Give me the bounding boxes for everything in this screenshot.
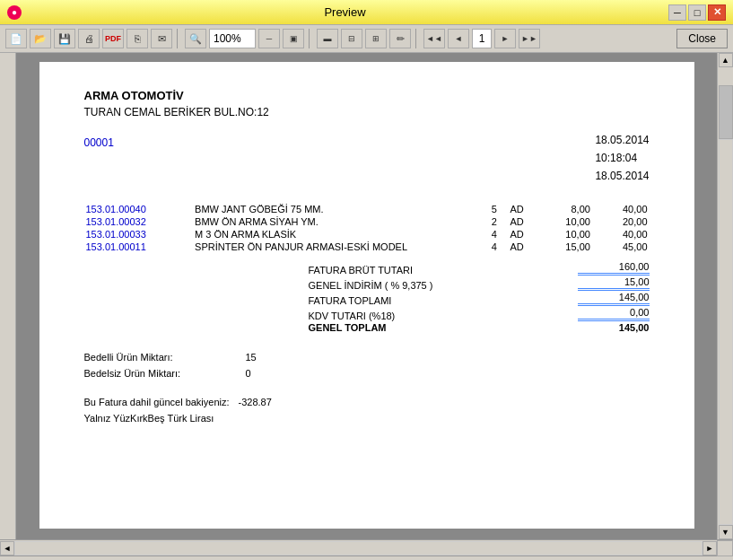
email-icon[interactable]: ✉ <box>151 29 172 48</box>
scroll-down-arrow[interactable]: ▼ <box>719 525 733 539</box>
item-code: 153.01.00011 <box>84 241 188 253</box>
single-page-icon[interactable]: ▬ <box>317 29 338 48</box>
genel-indirim-value: 15,00 <box>578 276 650 287</box>
nav-next-button[interactable]: ► <box>494 29 516 48</box>
scroll-up-arrow[interactable]: ▲ <box>719 53 733 67</box>
item-price: 10,00 <box>535 228 592 241</box>
item-code: 153.01.00040 <box>84 203 188 215</box>
kdv-value: 0,00 <box>578 307 650 318</box>
genel-toplam-label: GENEL TOPLAM <box>309 322 387 333</box>
item-desc: SPRİNTER ÖN PANJUR ARMASI-ESKİ MODEL <box>188 241 458 253</box>
scroll-h-track[interactable] <box>14 541 702 556</box>
zoom-in-icon[interactable]: 🔍 <box>185 29 206 48</box>
bakiye-value: -328.87 <box>239 397 272 407</box>
toolbar: 📄 📂 💾 🖨 PDF ⎘ ✉ 🔍 100% ─ ▣ ▬ ⊟ ⊞ ✏ ◄◄ ◄ … <box>0 25 733 53</box>
nav-prev-button[interactable]: ◄ <box>448 29 469 48</box>
doc-number: 00001 <box>84 136 114 149</box>
item-unit: AD <box>499 241 535 253</box>
pdf-icon[interactable]: PDF <box>102 29 124 48</box>
close-button[interactable]: Close <box>676 29 728 48</box>
restore-button[interactable]: □ <box>688 4 706 21</box>
item-total: 40,00 <box>592 203 650 215</box>
main-area: ARMA OTOMOTİV TURAN CEMAL BERİKER BUL.NO… <box>0 53 733 539</box>
item-code: 153.01.00033 <box>84 228 188 241</box>
nav-first-button[interactable]: ◄◄ <box>423 29 445 48</box>
item-unit: AD <box>499 215 535 228</box>
status-bar: Page 1 of 1 <box>0 556 733 560</box>
item-price: 8,00 <box>535 203 592 215</box>
two-page-icon[interactable]: ⊟ <box>341 29 362 48</box>
bedelli-row: Bedelli Ürün Miktarı: 15 <box>84 352 650 363</box>
scroll-thumb[interactable] <box>719 85 733 139</box>
edit-icon[interactable]: ✏ <box>389 29 411 48</box>
item-qty: 4 <box>458 241 499 253</box>
fatura-brut-label: FATURA BRÜT TUTARI <box>309 265 414 276</box>
items-table: 153.01.00040 BMW JANT GÖBEĞİ 75 MM. 5 AD… <box>84 203 650 253</box>
table-row: 153.01.00011 SPRİNTER ÖN PANJUR ARMASI-E… <box>84 241 650 253</box>
doc-dates: 18.05.2014 10:18:04 18.05.2014 <box>595 134 649 188</box>
item-desc: M 3 ÖN ARMA KLASİK <box>188 228 458 241</box>
table-row: 153.01.00033 M 3 ÖN ARMA KLASİK 4 AD 10,… <box>84 228 650 241</box>
bakiye-label: Bu Fatura dahil güncel bakiyeniz: <box>84 397 230 407</box>
genel-indirim-label: GENEL İNDİRİM ( % 9,375 ) <box>309 280 433 291</box>
time1: 10:18:04 <box>595 152 649 164</box>
app-icon: ● <box>7 5 22 20</box>
scroll-right-arrow[interactable]: ► <box>702 541 717 556</box>
sep2 <box>309 29 312 48</box>
item-qty: 4 <box>458 228 499 241</box>
bedelli-label: Bedelli Ürün Miktarı: <box>84 352 246 363</box>
print-icon[interactable]: 🖨 <box>78 29 100 48</box>
item-total: 40,00 <box>592 228 650 241</box>
company-address: TURAN CEMAL BERİKER BUL.NO:12 <box>84 106 650 118</box>
table-row: 153.01.00032 BMW ÖN ARMA SİYAH YM. 2 AD … <box>84 215 650 228</box>
item-total: 20,00 <box>592 215 650 228</box>
minimize-button[interactable]: ─ <box>668 4 686 21</box>
sep3 <box>415 29 419 48</box>
item-desc: BMW JANT GÖBEĞİ 75 MM. <box>188 203 458 215</box>
item-code: 153.01.00032 <box>84 215 188 228</box>
item-qty: 5 <box>458 203 499 215</box>
window-close-button[interactable]: ✕ <box>708 4 726 21</box>
sep1 <box>177 29 180 48</box>
save-icon[interactable]: 💾 <box>54 29 75 48</box>
horizontal-scrollbar: ◄ ► <box>0 539 733 556</box>
zoom-out-icon[interactable]: ─ <box>258 29 280 48</box>
multi-page-icon[interactable]: ⊞ <box>365 29 387 48</box>
document-page: ARMA OTOMOTİV TURAN CEMAL BERİKER BUL.NO… <box>39 62 694 529</box>
bottom-info: Bedelli Ürün Miktarı: 15 Bedelsiz Ürün M… <box>84 352 650 379</box>
kdv-label: KDV TUTARI (%18) <box>309 311 396 321</box>
bedelsiz-label: Bedelsiz Ürün Miktarı: <box>84 368 246 379</box>
balance-line: Bu Fatura dahil güncel bakiyeniz: -328.8… <box>84 397 650 407</box>
date1: 18.05.2014 <box>595 134 649 146</box>
title-bar: ● Preview ─ □ ✕ <box>0 0 733 25</box>
table-row: 153.01.00040 BMW JANT GÖBEĞİ 75 MM. 5 AD… <box>84 203 650 215</box>
fatura-toplam-value: 145,00 <box>578 292 650 302</box>
nav-last-button[interactable]: ►► <box>519 29 540 48</box>
fatura-brut-value: 160,00 <box>578 261 650 272</box>
scroll-left-gutter <box>0 53 16 539</box>
copy-icon[interactable]: ⎘ <box>127 29 148 48</box>
right-scrollbar[interactable]: ▲ ▼ <box>717 53 733 539</box>
item-qty: 2 <box>458 215 499 228</box>
new-icon[interactable]: 📄 <box>5 29 27 48</box>
bedelli-value: 15 <box>246 352 257 363</box>
bedelsiz-value: 0 <box>246 368 251 379</box>
open-icon[interactable]: 📂 <box>30 29 51 48</box>
item-price: 15,00 <box>535 241 592 253</box>
zoom-level[interactable]: 100% <box>209 29 256 48</box>
item-desc: BMW ÖN ARMA SİYAH YM. <box>188 215 458 228</box>
window-controls: ─ □ ✕ <box>668 4 726 21</box>
scroll-left-arrow[interactable]: ◄ <box>0 541 14 556</box>
window-title: Preview <box>22 5 668 19</box>
document-area: ARMA OTOMOTİV TURAN CEMAL BERİKER BUL.NO… <box>16 53 717 539</box>
item-unit: AD <box>499 228 535 241</box>
page-number-input[interactable]: 1 <box>472 29 492 48</box>
item-unit: AD <box>499 203 535 215</box>
text-line: Yalnız YüzKırkBeş Türk Lirası <box>84 413 650 424</box>
bedelsiz-row: Bedelsiz Ürün Miktarı: 0 <box>84 368 650 379</box>
item-price: 10,00 <box>535 215 592 228</box>
fit-page-icon[interactable]: ▣ <box>283 29 304 48</box>
date2: 18.05.2014 <box>595 170 649 182</box>
genel-toplam-value: 145,00 <box>578 322 650 333</box>
company-name: ARMA OTOMOTİV <box>84 89 650 102</box>
